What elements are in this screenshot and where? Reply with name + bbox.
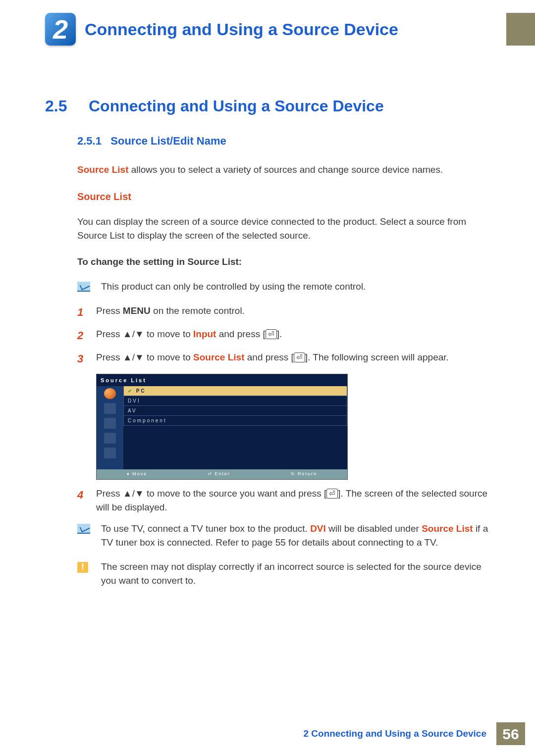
osd-row-selected: PC (123, 386, 347, 396)
keyword-source-list: Source List (77, 164, 128, 175)
step-text: Press ▲/▼ to move to Input and press [⏎]… (96, 327, 489, 344)
footer-text: 2 Connecting and Using a Source Device (303, 727, 486, 741)
osd-row: Component (123, 416, 347, 426)
note-icon (77, 524, 90, 534)
osd-nav-icon (104, 388, 116, 399)
note-icon (77, 282, 90, 292)
osd-nav-icon (104, 433, 116, 444)
step-post: and press [ (245, 352, 294, 362)
keyword-source-list: Source List (422, 523, 473, 534)
osd-nav-icon (104, 403, 116, 414)
step-number: 1 (77, 304, 96, 320)
subsection-title: Source List/Edit Name (110, 135, 226, 147)
section-title: Connecting and Using a Source Device (89, 94, 384, 118)
step-number: 2 (77, 327, 96, 344)
procedure-heading: To change the setting in Source List: (77, 255, 489, 269)
step-number: 3 (77, 351, 96, 367)
section-number: 2.5 (45, 94, 89, 118)
step-post: and press [ (216, 329, 265, 339)
step-text: Press ▲/▼ to move to the source you want… (96, 487, 489, 515)
section-heading: 2.5 Connecting and Using a Source Device (45, 94, 489, 118)
step-text: Press ▲/▼ to move to Source List and pre… (96, 351, 489, 367)
keyword-input: Input (193, 329, 216, 339)
osd-title: Source List (97, 374, 347, 387)
page-number: 56 (496, 722, 525, 745)
keyword-source-list: Source List (193, 352, 244, 362)
step-bracket: ]. (277, 329, 282, 339)
note-2: To use TV, connect a TV tuner box to the… (77, 522, 489, 550)
step-1: 1 Press MENU on the remote control. (77, 304, 489, 320)
step-4: 4 Press ▲/▼ to move to the source you wa… (77, 487, 489, 515)
note2-mid: will be disabled under (326, 523, 422, 534)
keyword-dvi: DVI (310, 523, 326, 534)
enter-icon: ⏎ (326, 489, 338, 499)
chapter-header: 2 Connecting and Using a Source Device (45, 13, 535, 46)
step-post: on the remote control. (151, 305, 245, 316)
intro-text: allows you to select a variety of source… (128, 164, 443, 175)
chapter-title: Connecting and Using a Source Device (85, 17, 398, 42)
step-number: 4 (77, 487, 96, 515)
intro-paragraph: Source List allows you to select a varie… (77, 163, 489, 177)
page-content: 2.5 Connecting and Using a Source Device… (45, 94, 489, 598)
paragraph-1: You can display the screen of a source d… (77, 215, 489, 243)
osd-body: PC DVI AV Component (97, 386, 347, 469)
note2-pre: To use TV, connect a TV tuner box to the… (101, 523, 310, 534)
page-footer: 2 Connecting and Using a Source Device 5… (303, 722, 535, 745)
enter-icon: ⏎ (266, 329, 277, 339)
osd-foot-move: ♦ Move (127, 471, 147, 478)
step-pre: Press (96, 305, 123, 316)
note-1: This product can only be controlled by u… (77, 280, 489, 294)
keyword-menu: MENU (123, 305, 151, 316)
subsection-heading: 2.5.1 Source List/Edit Name (77, 133, 489, 149)
chapter-number-badge: 2 (45, 13, 76, 46)
osd-footer: ♦ Move ⏎ Enter ↻ Return (97, 469, 347, 479)
osd-nav-icon (104, 448, 116, 458)
osd-screenshot: Source List PC DVI AV Component ♦ Move ⏎… (96, 374, 348, 480)
note-2-text: To use TV, connect a TV tuner box to the… (101, 522, 489, 550)
osd-nav-icon (104, 418, 116, 429)
warning-icon: ! (77, 562, 88, 573)
osd-sidebar (97, 386, 123, 469)
step-text: Press MENU on the remote control. (96, 304, 489, 320)
osd-foot-enter: ⏎ Enter (208, 471, 230, 478)
step-3: 3 Press ▲/▼ to move to Source List and p… (77, 351, 489, 367)
step-pre: Press ▲/▼ to move to (96, 329, 193, 339)
step-pre: Press ▲/▼ to move to the source you want… (96, 488, 326, 499)
enter-icon: ⏎ (294, 353, 305, 362)
step-bracket: ]. The following screen will appear. (305, 352, 449, 362)
step-pre: Press ▲/▼ to move to (96, 352, 193, 362)
warning-note: ! The screen may not display correctly i… (77, 560, 489, 588)
step-2: 2 Press ▲/▼ to move to Input and press [… (77, 327, 489, 344)
osd-foot-return: ↻ Return (291, 471, 318, 478)
subhead-source-list: Source List (77, 189, 489, 204)
osd-row: DVI (123, 396, 347, 406)
warning-text: The screen may not display correctly if … (101, 560, 489, 588)
osd-list: PC DVI AV Component (123, 386, 347, 469)
note-1-text: This product can only be controlled by u… (101, 280, 366, 294)
subsection-number: 2.5.1 (77, 135, 102, 147)
osd-row: AV (123, 406, 347, 416)
